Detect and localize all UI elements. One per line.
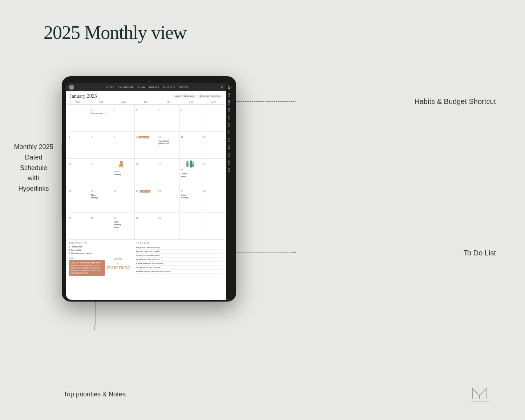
day-header-thu: THU	[135, 101, 157, 104]
cal-cell: 24	[157, 186, 180, 213]
month-tab-oct[interactable]: OCT	[227, 152, 230, 159]
todo-item-6: Set goals for next quarter	[136, 266, 223, 270]
nav-calendar[interactable]: CALENDAR	[118, 86, 133, 89]
month-tab-mar[interactable]: MAR	[227, 99, 230, 106]
todo-item-3: Create Notion templates	[136, 254, 223, 258]
svg-rect-9	[192, 164, 194, 167]
day-header-fri: FRI	[157, 101, 180, 104]
calendar: MON TUE WED THU FRI SAT SUN	[66, 101, 226, 240]
nav-islam[interactable]: ISLAM	[137, 86, 146, 89]
page-title: 2025 Monthly view	[44, 22, 186, 43]
nav-finance[interactable]: FINANCE	[163, 86, 175, 89]
nav-items: INDEX CALENDAR ISLAM HABITS FINANCE NOTE…	[77, 86, 217, 89]
quran-box: Obey Allah and His Messenger and do not …	[69, 260, 105, 276]
month-tab-jun[interactable]: JUN	[227, 122, 230, 129]
day-header-tue: TUE	[90, 101, 113, 104]
calendar-body: 1 Kids holidays → 2 3 4 5	[68, 105, 225, 240]
cal-cell: 3	[135, 105, 157, 132]
family-decoration: familyisEVERYTHING	[106, 257, 130, 270]
cal-cell: 21 Mumbirthday	[90, 186, 113, 213]
cal-cell: 25 Clientmeeting	[180, 186, 202, 213]
todo-label: TO DO LIST	[136, 242, 223, 244]
cal-cell: 12 ←	[202, 132, 225, 158]
cal-cell: 10 4pm Dentistappointment	[157, 132, 180, 158]
priority-1: 1 Family time	[69, 246, 130, 248]
header-buttons: HABITS TRACKER MONTHLY BUDGET	[173, 94, 222, 98]
month-tab-may[interactable]: MAY	[227, 114, 230, 121]
cal-cell: 7	[90, 132, 113, 158]
cal-cell: 16	[135, 159, 157, 185]
todo-item-7: Review monthly business expenses	[136, 270, 223, 274]
svg-point-2	[120, 161, 123, 164]
notes-area: Notes Obey Allah and His Messenger and d…	[69, 257, 105, 276]
cal-cell: 6	[68, 132, 90, 158]
cal-cell: 4	[157, 105, 180, 132]
priorities-section: TOP PRIORITIES 1 Family time 2 Eat healt…	[66, 240, 133, 300]
month-tabs: JAN FEB MAR APR MAY JUN JUL AUG SEP OCT …	[226, 83, 232, 300]
cal-cell: 22	[112, 186, 135, 213]
bottom-annotation: Top priorities & Notes	[64, 391, 126, 398]
month-tab-sep[interactable]: SEP	[227, 144, 230, 151]
habits-dashed-line	[235, 101, 294, 102]
cal-cell: 30	[135, 213, 157, 239]
cal-cell	[68, 105, 90, 132]
left-sidebar-text: Monthly 2025 Dated Schedule with Hyperli…	[4, 142, 64, 194]
cal-cell	[202, 105, 225, 132]
svg-rect-3	[120, 164, 123, 166]
cal-week-4: W.03 20 21 Mumbirthday 22 23	[68, 186, 225, 213]
cal-cell: 5	[180, 105, 202, 132]
cal-cell: 9 Quran class	[135, 132, 157, 158]
cal-week-3: W.02 13 14 15	[68, 159, 225, 186]
month-tab-feb[interactable]: FEB	[227, 92, 230, 98]
month-tab-dec[interactable]: DEC	[227, 167, 230, 174]
bottom-section: TOP PRIORITIES 1 Family time 2 Eat healt…	[66, 240, 226, 300]
svg-point-8	[193, 162, 194, 164]
todo-item-5: Check activities for holidays	[136, 262, 223, 266]
priorities-label: TOP PRIORITIES	[69, 242, 130, 244]
cal-cell: 11	[180, 132, 202, 158]
month-tab-apr[interactable]: APR	[227, 106, 230, 114]
cal-cell: 18 Familydinner	[180, 159, 202, 185]
nav-index[interactable]: INDEX	[106, 86, 114, 89]
month-tab-jul[interactable]: JUL	[227, 129, 230, 136]
month-tab-nov[interactable]: NOV	[227, 159, 230, 166]
tablet-device: INDEX CALENDAR ISLAM HABITS FINANCE NOTE…	[62, 76, 236, 302]
cal-cell: 23 Quran class	[135, 186, 157, 213]
cal-cell: 1 Kids holidays →	[90, 105, 113, 132]
month-title: January 2025	[70, 93, 97, 99]
planner-header: January 2025 HABITS TRACKER MONTHLY BUDG…	[66, 91, 226, 101]
cal-cell: 8	[112, 132, 135, 158]
monthly-budget-button[interactable]: MONTHLY BUDGET	[198, 94, 222, 98]
cal-cell: 27	[68, 213, 90, 239]
svg-point-6	[190, 161, 193, 163]
todo-section: TO DO LIST Organized mom holidays Update…	[133, 240, 226, 300]
cal-week-5: W.04 27 28 29 10:00Meetingschool 30	[68, 213, 225, 240]
day-header-mon: MON	[68, 101, 90, 104]
todo-item-2: Update road map project	[136, 250, 223, 254]
nav-notes[interactable]: NOTES	[179, 86, 189, 89]
nav-habits[interactable]: HABITS	[149, 86, 159, 89]
day-headers: MON TUE WED THU FRI SAT SUN	[68, 101, 225, 105]
habits-tracker-button[interactable]: HABITS TRACKER	[173, 94, 197, 98]
svg-rect-7	[190, 163, 192, 167]
cal-cell: 31	[157, 213, 180, 239]
brand-logo	[471, 385, 489, 405]
todo-item-1: Organized mom holidays	[136, 246, 223, 250]
cal-week-1: 1 Kids holidays → 2 3 4 5	[68, 105, 225, 132]
tablet-screen: INDEX CALENDAR ISLAM HABITS FINANCE NOTE…	[66, 83, 232, 300]
priority-3: 3 Focus on new training	[69, 252, 130, 254]
bottom-pointer-line	[95, 298, 96, 325]
notes-label: Notes	[69, 257, 105, 259]
cal-cell: 13	[68, 159, 90, 185]
cal-cell: 28	[90, 213, 113, 239]
close-icon[interactable]: ✕	[220, 85, 223, 89]
svg-point-4	[186, 161, 189, 163]
todo-dashed-line	[235, 253, 294, 253]
month-tab-jan[interactable]: JAN	[227, 84, 230, 91]
month-tab-aug[interactable]: AUG	[227, 136, 230, 144]
cal-week-2: W.01 6 7 8 9 Quran class	[68, 132, 225, 159]
cal-cell: 29 10:00Meetingschool	[112, 213, 135, 239]
todo-item-4: Brainstorm new products	[136, 258, 223, 262]
day-header-sun: SUN	[202, 101, 225, 104]
nav-bar: INDEX CALENDAR ISLAM HABITS FINANCE NOTE…	[66, 83, 226, 91]
